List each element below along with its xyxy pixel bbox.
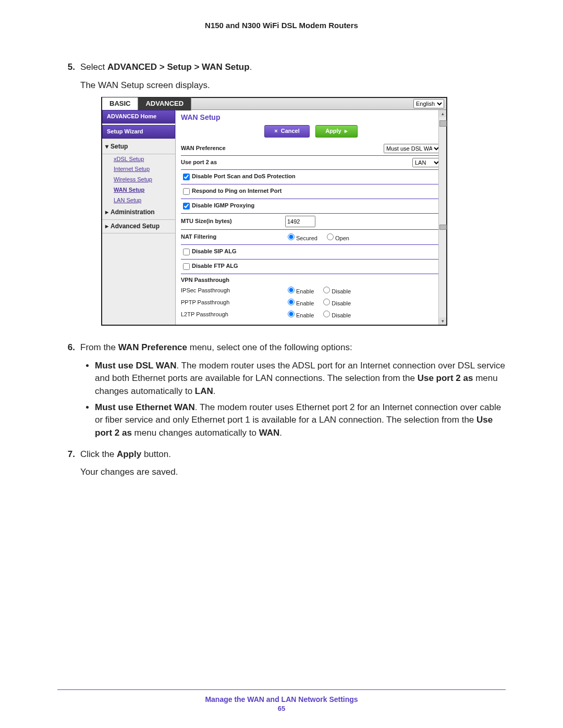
- label-disable-igmp: Disable IGMP Proxying: [192, 202, 254, 208]
- step-5: 5. Select ADVANCED > Setup > WAN Setup. …: [57, 61, 506, 338]
- row-respond-ping: Respond to Ping on Internet Port: [181, 184, 441, 199]
- step-7: 7. Click the Apply button. Your changes …: [57, 448, 506, 484]
- label-pptp: PPTP Passthrough: [181, 299, 285, 307]
- scroll-thumb[interactable]: [439, 225, 447, 230]
- radio-l2tp-disable[interactable]: [323, 311, 330, 317]
- tab-basic[interactable]: BASIC: [102, 97, 138, 110]
- scroll-down-icon[interactable]: ▾: [439, 317, 446, 325]
- radio-pptp-enable[interactable]: [288, 299, 295, 305]
- sidebar-advanced-home[interactable]: ADVANCED Home: [102, 110, 175, 124]
- bullet-dsl-wan: Must use DSL WAN. The modem router uses …: [95, 360, 506, 398]
- cancel-button[interactable]: ×Cancel: [264, 125, 310, 138]
- label-port2: Use port 2 as: [181, 158, 285, 167]
- step-5-line2: The WAN Setup screen displays.: [80, 79, 506, 92]
- step-5-bold-path: ADVANCED > Setup > WAN Setup: [107, 62, 250, 72]
- label-disable: Disable: [332, 300, 351, 306]
- chk-respond-ping[interactable]: [183, 188, 190, 195]
- main-panel: WAN Setup ×Cancel Apply▸ WAN Preference …: [176, 110, 446, 325]
- chevron-right-icon: ▸: [345, 128, 348, 134]
- label-dis-ftp: Disable FTP ALG: [192, 263, 238, 269]
- s7-prefix: Click the: [80, 449, 117, 459]
- sidebar-admin-label: Administration: [111, 208, 155, 216]
- sidebar-item-wireless-setup[interactable]: Wireless Setup: [102, 175, 175, 185]
- wan-preference-select[interactable]: Must use DSL WAN: [384, 144, 441, 153]
- scrollbar[interactable]: ▴ ▾: [438, 110, 446, 325]
- label-dis-sip: Disable SIP ALG: [192, 249, 237, 255]
- row-wan-preference: WAN Preference Must use DSL WAN: [181, 142, 441, 156]
- sidebar-setup-label: Setup: [111, 143, 128, 150]
- sidebar-item-xdsl-setup[interactable]: xDSL Setup: [102, 154, 175, 165]
- chk-disable-sip[interactable]: [183, 249, 190, 255]
- chevron-right-icon: ▸: [105, 208, 111, 217]
- label-wan-preference: WAN Preference: [181, 144, 285, 153]
- step-5-text-suffix: .: [250, 62, 252, 72]
- row-pptp: PPTP Passthrough Enable Disable: [181, 297, 441, 309]
- radio-pptp-disable[interactable]: [323, 299, 330, 305]
- port2-select[interactable]: LAN: [412, 158, 441, 167]
- s7-suffix: button.: [141, 449, 171, 459]
- label-disable-dos: Disable Port Scan and DoS Protection: [192, 173, 296, 179]
- chk-disable-dos[interactable]: [183, 174, 190, 180]
- doc-header: N150 and N300 WiFi DSL Modem Routers: [57, 21, 506, 30]
- b2-tail: menu changes automatically to: [132, 428, 259, 438]
- language-selector[interactable]: English: [413, 99, 444, 108]
- step-5-num: 5.: [57, 61, 80, 338]
- ss-topbar: BASIC ADVANCED English: [102, 98, 446, 110]
- label-nat-secured: Secured: [296, 235, 317, 241]
- label-enable: Enable: [296, 300, 314, 306]
- language-select[interactable]: English: [413, 99, 444, 108]
- label-mtu: MTU Size(in bytes): [181, 217, 285, 226]
- radio-ipsec-disable[interactable]: [323, 287, 330, 293]
- radio-ipsec-enable[interactable]: [288, 287, 295, 293]
- s6-prefix: From the: [80, 342, 118, 352]
- step-6-num: 6.: [57, 341, 80, 445]
- bullet-eth-wan: Must use Ethernet WAN. The modem router …: [95, 401, 506, 440]
- b2-bold: Must use Ethernet WAN: [95, 402, 195, 412]
- s7-line2: Your changes are saved.: [80, 466, 506, 479]
- label-disable: Disable: [332, 312, 351, 318]
- radio-l2tp-enable[interactable]: [288, 311, 295, 317]
- row-ipsec: IPSec Passthrough Enable Disable: [181, 285, 441, 297]
- cancel-button-label: Cancel: [281, 128, 300, 134]
- row-disable-dos: Disable Port Scan and DoS Protection: [181, 170, 441, 184]
- sidebar: ADVANCED Home Setup Wizard ▾Setup xDSL S…: [102, 110, 176, 325]
- row-l2tp: L2TP Passthrough Enable Disable: [181, 309, 441, 320]
- label-respond-ping: Respond to Ping on Internet Port: [192, 188, 282, 194]
- scroll-up-icon[interactable]: ▴: [439, 110, 446, 117]
- step-7-num: 7.: [57, 448, 80, 484]
- sidebar-item-wan-setup[interactable]: WAN Setup: [102, 185, 175, 195]
- router-screenshot: BASIC ADVANCED English ADVANCED Home Set…: [101, 97, 447, 326]
- s6-suffix: menu, select one of the following option…: [187, 342, 352, 352]
- row-mtu: MTU Size(in bytes): [181, 214, 441, 230]
- sidebar-item-lan-setup[interactable]: LAN Setup: [102, 195, 175, 206]
- chk-disable-igmp[interactable]: [183, 203, 190, 209]
- step-5-text-prefix: Select: [80, 62, 107, 72]
- scroll-thumb[interactable]: [439, 120, 447, 127]
- row-disable-ftp: Disable FTP ALG: [181, 260, 441, 274]
- sidebar-item-internet-setup[interactable]: Internet Setup: [102, 164, 175, 175]
- tab-advanced[interactable]: ADVANCED: [138, 97, 191, 110]
- label-nat-open: Open: [335, 235, 349, 241]
- label-enable: Enable: [296, 312, 314, 318]
- label-ipsec: IPSec Passthrough: [181, 287, 285, 295]
- chk-disable-ftp[interactable]: [183, 263, 190, 270]
- row-nat: NAT Filtering Secured Open: [181, 230, 441, 245]
- step-6: 6. From the WAN Preference menu, select …: [57, 341, 506, 445]
- panel-title: WAN Setup: [181, 112, 441, 122]
- b2-period: .: [279, 428, 282, 438]
- radio-nat-secured[interactable]: [288, 233, 295, 240]
- sidebar-setup-wizard[interactable]: Setup Wizard: [102, 125, 175, 139]
- row-disable-sip: Disable SIP ALG: [181, 245, 441, 260]
- sidebar-advanced-setup[interactable]: ▸Advanced Setup: [102, 220, 175, 233]
- mtu-input[interactable]: [285, 216, 315, 227]
- radio-nat-open[interactable]: [327, 233, 334, 240]
- b1-period: .: [213, 386, 216, 396]
- sidebar-advsetup-label: Advanced Setup: [111, 223, 160, 230]
- b1-last: LAN: [195, 386, 213, 396]
- label-nat: NAT Filtering: [181, 233, 285, 241]
- sidebar-administration[interactable]: ▸Administration: [102, 206, 175, 219]
- b1-bold2: Use port 2 as: [418, 373, 473, 383]
- apply-button[interactable]: Apply▸: [315, 125, 358, 138]
- label-enable: Enable: [296, 288, 314, 294]
- sidebar-setup-group[interactable]: ▾Setup: [102, 140, 175, 154]
